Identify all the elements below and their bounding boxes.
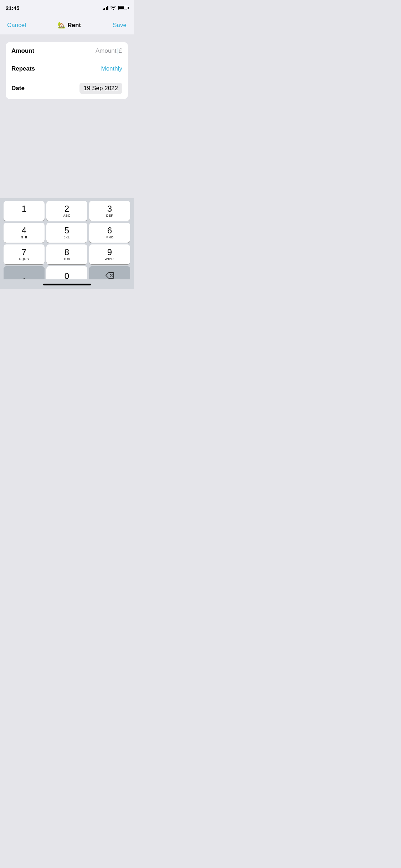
form-card: Amount Amount £ Repeats Monthly Date 19 …: [6, 42, 128, 99]
nav-bar: Cancel 🏡 Rent Save: [0, 16, 134, 35]
amount-label: Amount: [11, 47, 34, 55]
repeats-value: Monthly: [101, 65, 122, 72]
title-text: Rent: [67, 22, 81, 29]
signal-icon: [103, 6, 109, 10]
amount-field[interactable]: Amount £: [96, 47, 122, 55]
keyboard-row-1: 1 2 ABC 3 DEF: [1, 201, 132, 221]
key-7[interactable]: 7 PQRS: [4, 244, 45, 264]
wifi-icon: [110, 6, 116, 10]
text-cursor: [118, 48, 118, 54]
status-icons: [103, 6, 128, 10]
key-8[interactable]: 8 TUV: [46, 244, 87, 264]
battery-icon: [118, 6, 127, 10]
status-bar: 21:45: [0, 0, 134, 16]
key-3[interactable]: 3 DEF: [89, 201, 130, 221]
currency-symbol: £: [119, 47, 122, 55]
key-4[interactable]: 4 GHI: [4, 223, 45, 243]
key-1[interactable]: 1: [4, 201, 45, 221]
status-time: 21:45: [6, 5, 19, 11]
repeats-label: Repeats: [11, 65, 35, 72]
keyboard: 1 2 ABC 3 DEF 4 GHI 5 JKL 6 MNO 7 PQRS: [0, 198, 134, 289]
title-emoji: 🏡: [58, 21, 65, 29]
home-indicator: [0, 279, 134, 289]
key-6[interactable]: 6 MNO: [89, 223, 130, 243]
cancel-button[interactable]: Cancel: [7, 22, 26, 29]
home-bar: [43, 284, 91, 285]
save-button[interactable]: Save: [113, 22, 127, 29]
amount-row: Amount Amount £: [6, 42, 128, 60]
content-area: Amount Amount £ Repeats Monthly Date 19 …: [0, 35, 134, 106]
keyboard-row-3: 7 PQRS 8 TUV 9 WXYZ: [1, 244, 132, 264]
key-2[interactable]: 2 ABC: [46, 201, 87, 221]
page-title: 🏡 Rent: [58, 21, 81, 29]
amount-placeholder: Amount: [96, 47, 117, 55]
keyboard-row-2: 4 GHI 5 JKL 6 MNO: [1, 223, 132, 243]
date-row[interactable]: Date 19 Sep 2022: [6, 78, 128, 99]
date-label: Date: [11, 85, 25, 92]
repeats-row[interactable]: Repeats Monthly: [6, 60, 128, 78]
date-value[interactable]: 19 Sep 2022: [79, 83, 122, 94]
key-9[interactable]: 9 WXYZ: [89, 244, 130, 264]
key-5[interactable]: 5 JKL: [46, 223, 87, 243]
